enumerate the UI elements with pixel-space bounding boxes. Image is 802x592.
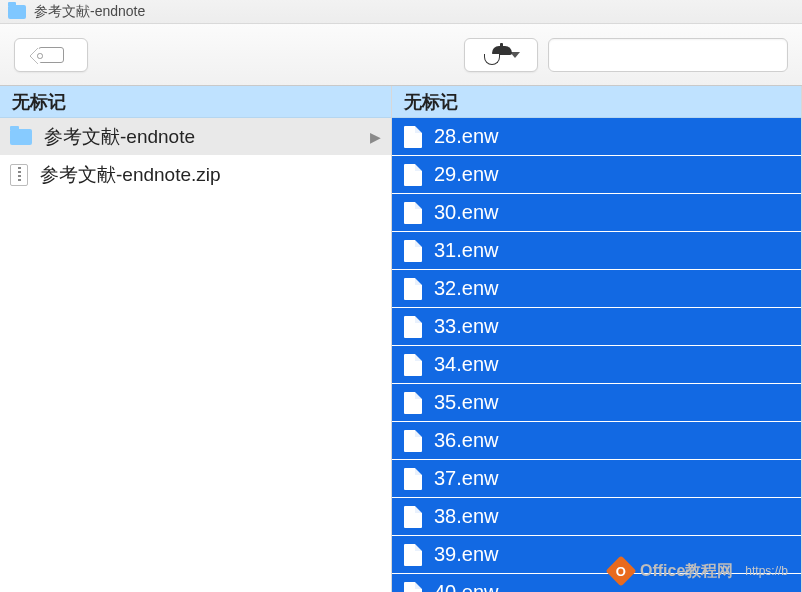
file-icon [404, 544, 422, 566]
file-icon [404, 316, 422, 338]
file-icon [404, 468, 422, 490]
acorn-icon [482, 45, 502, 65]
file-item-12[interactable]: 40.enw [392, 574, 801, 592]
file-item-3[interactable]: 31.enw [392, 232, 801, 270]
toolbar [0, 24, 802, 86]
left-list: 参考文献-endnote▶参考文献-endnote.zip [0, 118, 391, 194]
file-item-5[interactable]: 33.enw [392, 308, 801, 346]
file-item-7[interactable]: 35.enw [392, 384, 801, 422]
file-item-9[interactable]: 37.enw [392, 460, 801, 498]
right-column: 无标记 28.enw29.enw30.enw31.enw32.enw33.enw… [392, 86, 802, 592]
file-icon [404, 430, 422, 452]
right-column-header: 无标记 [392, 86, 801, 118]
file-label: 30.enw [434, 201, 499, 224]
tags-button[interactable] [14, 38, 88, 72]
file-label: 28.enw [434, 125, 499, 148]
file-label: 29.enw [434, 163, 499, 186]
zip-icon [10, 164, 28, 186]
file-label: 35.enw [434, 391, 499, 414]
file-label: 31.enw [434, 239, 499, 262]
file-icon [404, 240, 422, 262]
left-item-1[interactable]: 参考文献-endnote.zip [0, 156, 391, 194]
file-item-4[interactable]: 32.enw [392, 270, 801, 308]
action-dropdown[interactable] [464, 38, 538, 72]
file-icon [404, 506, 422, 528]
titlebar: 参考文献-endnote [0, 0, 802, 24]
file-label: 38.enw [434, 505, 499, 528]
left-column: 无标记 参考文献-endnote▶参考文献-endnote.zip [0, 86, 392, 592]
file-item-0[interactable]: 28.enw [392, 118, 801, 156]
left-item-0[interactable]: 参考文献-endnote▶ [0, 118, 391, 156]
file-label: 32.enw [434, 277, 499, 300]
folder-icon [10, 129, 32, 145]
file-icon [404, 202, 422, 224]
file-label: 37.enw [434, 467, 499, 490]
folder-icon [8, 5, 26, 19]
file-icon [404, 392, 422, 414]
file-icon [404, 354, 422, 376]
search-input[interactable] [548, 38, 788, 72]
right-list: 28.enw29.enw30.enw31.enw32.enw33.enw34.e… [392, 118, 801, 592]
item-label: 参考文献-endnote [44, 124, 195, 150]
file-item-11[interactable]: 39.enw [392, 536, 801, 574]
file-icon [404, 164, 422, 186]
file-icon [404, 126, 422, 148]
file-item-2[interactable]: 30.enw [392, 194, 801, 232]
file-item-10[interactable]: 38.enw [392, 498, 801, 536]
chevron-right-icon: ▶ [370, 129, 381, 145]
file-item-6[interactable]: 34.enw [392, 346, 801, 384]
file-label: 36.enw [434, 429, 499, 452]
file-icon [404, 582, 422, 593]
file-item-8[interactable]: 36.enw [392, 422, 801, 460]
file-icon [404, 278, 422, 300]
column-view: 无标记 参考文献-endnote▶参考文献-endnote.zip 无标记 28… [0, 86, 802, 592]
file-label: 39.enw [434, 543, 499, 566]
file-item-1[interactable]: 29.enw [392, 156, 801, 194]
file-label: 33.enw [434, 315, 499, 338]
item-label: 参考文献-endnote.zip [40, 162, 221, 188]
file-label: 34.enw [434, 353, 499, 376]
file-label: 40.enw [434, 581, 499, 592]
window-title: 参考文献-endnote [34, 3, 145, 21]
tag-icon [38, 47, 64, 63]
left-column-header: 无标记 [0, 86, 391, 118]
